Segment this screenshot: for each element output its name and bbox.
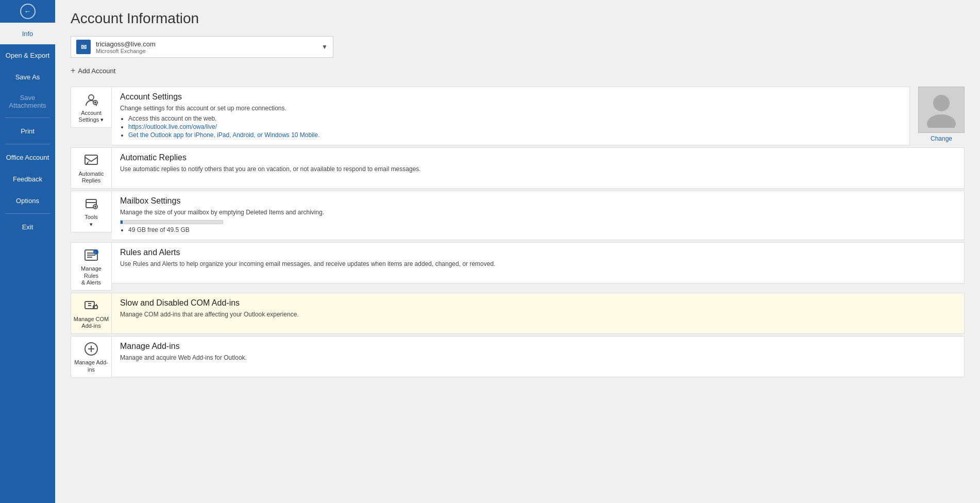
rules-alerts-title: Rules and Alerts (120, 248, 956, 257)
outlook-app-link[interactable]: Get the Outlook app for iPhone, iPad, An… (128, 131, 320, 139)
manage-addins-icon-label: Manage Add-ins (74, 359, 108, 373)
page-title: Account Information (71, 10, 965, 27)
slow-com-addins-section: Manage COMAdd-ins Slow and Disabled COM … (71, 293, 965, 334)
sidebar-divider-3 (5, 213, 50, 214)
mailbox-progress-bar (120, 220, 223, 224)
account-settings-icon-box[interactable]: AccountSettings ▾ (71, 87, 112, 128)
sidebar: ← Info Open & Export Save As Save Attach… (0, 0, 55, 503)
sidebar-divider-1 (5, 118, 50, 118)
add-account-button[interactable]: + Add Account (71, 63, 115, 78)
automatic-replies-content: Automatic Replies Use automatic replies … (112, 147, 965, 189)
automatic-replies-title: Automatic Replies (120, 153, 956, 162)
mailbox-settings-icon (83, 195, 99, 212)
sidebar-item-save-attachments: Save Attachments (0, 88, 55, 115)
slow-com-addins-content: Slow and Disabled COM Add-ins Manage COM… (112, 293, 965, 334)
mailbox-settings-section: Tools▾ Mailbox Settings Manage the size … (71, 191, 965, 240)
svg-point-0 (89, 95, 94, 100)
account-icon: ✉ (76, 40, 91, 54)
profile-photo-area: Change (918, 87, 965, 142)
account-settings-title: Account Settings (120, 92, 901, 102)
sidebar-item-options[interactable]: Options (0, 190, 55, 211)
sidebar-item-exit[interactable]: Exit (0, 216, 55, 238)
sidebar-item-print[interactable]: Print (0, 120, 55, 142)
dropdown-arrow-icon: ▼ (322, 43, 328, 51)
profile-photo (918, 87, 965, 133)
back-button[interactable]: ← (0, 0, 55, 23)
sidebar-item-info[interactable]: Info (0, 23, 55, 44)
sidebar-item-open-export[interactable]: Open & Export (0, 44, 55, 66)
automatic-replies-icon (83, 152, 99, 169)
mailbox-progress-fill (121, 221, 123, 224)
rules-alerts-content: Rules and Alerts Use Rules and Alerts to… (112, 242, 965, 283)
slow-com-addins-title: Slow and Disabled COM Add-ins (120, 298, 956, 308)
automatic-replies-icon-box[interactable]: AutomaticReplies (71, 147, 112, 189)
manage-addins-section: Manage Add-ins Manage Add-ins Manage and… (71, 336, 965, 377)
manage-addins-icon-box[interactable]: Manage Add-ins (71, 336, 112, 377)
main-content: Account Information ✉ triciagoss@live.co… (55, 0, 980, 503)
person-placeholder-icon (926, 92, 957, 128)
slow-com-addins-icon-box[interactable]: Manage COMAdd-ins (71, 293, 112, 334)
account-settings-section: AccountSettings ▾ Account Settings Chang… (71, 87, 965, 145)
rules-alerts-section: ! Manage Rules& Alerts Rules and Alerts … (71, 242, 965, 291)
account-settings-icon-label: AccountSettings ▾ (79, 110, 104, 123)
svg-point-5 (927, 114, 956, 128)
change-photo-link[interactable]: Change (931, 135, 952, 142)
svg-point-4 (933, 95, 950, 111)
automatic-replies-section: AutomaticReplies Automatic Replies Use a… (71, 147, 965, 189)
account-settings-icon (83, 91, 99, 108)
slow-com-addins-icon-label: Manage COMAdd-ins (74, 316, 109, 329)
rules-alerts-icon: ! (83, 247, 99, 263)
owa-link[interactable]: https://outlook.live.com/owa/live/ (128, 123, 217, 130)
rules-alerts-icon-box[interactable]: ! Manage Rules& Alerts (71, 242, 112, 291)
automatic-replies-icon-label: AutomaticReplies (79, 171, 104, 184)
back-arrow-icon: ← (20, 4, 36, 19)
account-email: triciagoss@live.com (96, 40, 322, 48)
sidebar-divider-2 (5, 144, 50, 144)
sidebar-item-feedback[interactable]: Feedback (0, 168, 55, 190)
manage-addins-title: Manage Add-ins (120, 342, 956, 351)
account-type: Microsoft Exchange (96, 48, 322, 54)
manage-addins-content: Manage Add-ins Manage and acquire Web Ad… (112, 336, 965, 377)
plus-icon: + (71, 66, 75, 75)
mailbox-settings-content: Mailbox Settings Manage the size of your… (112, 191, 965, 240)
manage-addins-icon (83, 341, 99, 357)
account-selector[interactable]: ✉ triciagoss@live.com Microsoft Exchange… (71, 36, 333, 58)
account-settings-content: Account Settings Change settings for thi… (112, 87, 910, 145)
sidebar-item-save-as[interactable]: Save As (0, 66, 55, 88)
sidebar-item-office-account[interactable]: Office Account (0, 146, 55, 168)
mailbox-storage-text: 49 GB free of 49.5 GB (128, 226, 956, 233)
mailbox-settings-icon-label: Tools▾ (85, 214, 98, 227)
mailbox-settings-title: Mailbox Settings (120, 196, 956, 206)
rules-alerts-icon-label: Manage Rules& Alerts (73, 265, 109, 286)
slow-com-addins-icon (83, 297, 99, 314)
mailbox-settings-icon-box[interactable]: Tools▾ (71, 191, 112, 232)
